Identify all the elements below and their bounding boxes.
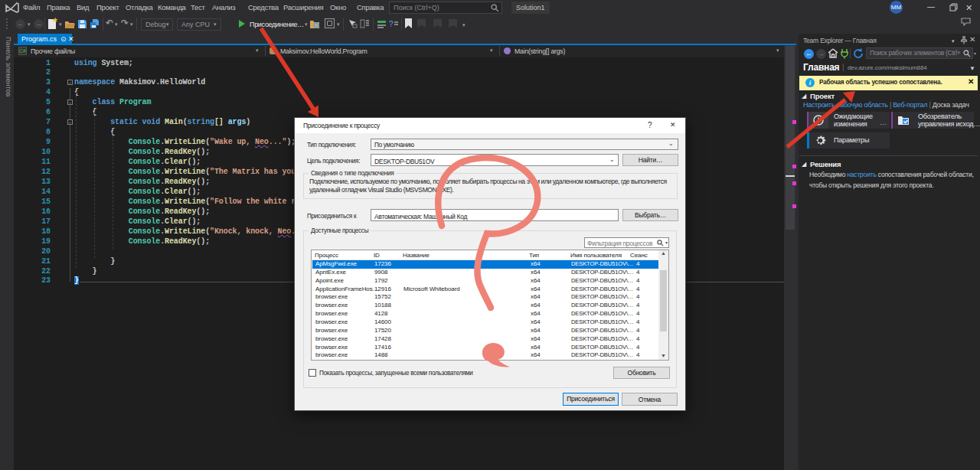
svg-text:?: ? <box>389 20 394 28</box>
